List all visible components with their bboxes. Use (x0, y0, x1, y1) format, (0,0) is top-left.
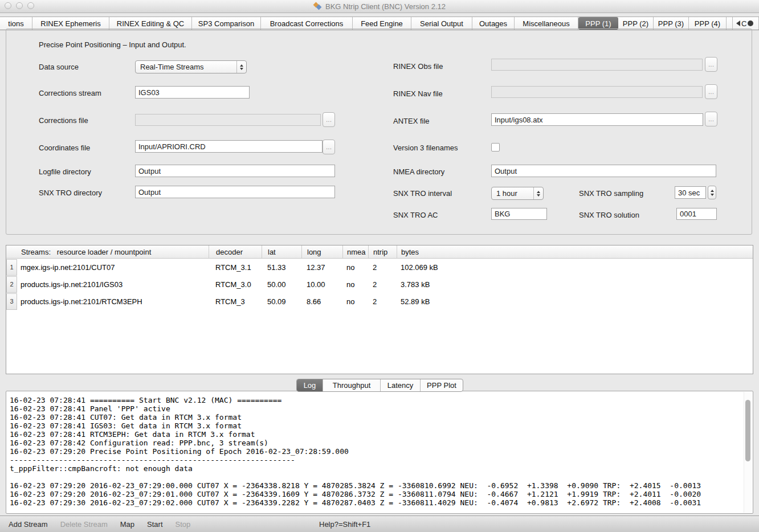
stop-button: Stop (176, 520, 191, 529)
bnc-app-icon (313, 2, 323, 10)
snx-tro-sampling-input[interactable]: 30 sec (675, 186, 706, 199)
tab-miscellaneous[interactable]: Miscellaneous (515, 17, 578, 30)
tab-ppp-3[interactable]: PPP (3) (654, 17, 689, 30)
logfile-directory-input[interactable]: Output (135, 165, 335, 177)
log-output[interactable]: 16-02-23 07:28:41 ========== Start BNC v… (6, 391, 753, 514)
cell-bytes: 102.069 kB (397, 263, 753, 272)
tab-throughput[interactable]: Throughput (323, 379, 381, 391)
corrections-file-browse-button[interactable]: ... (323, 112, 335, 127)
table-row[interactable]: 2 products.igs-ip.net:2101/IGS03 RTCM_3.… (6, 276, 753, 293)
tab-scroll-left-icon[interactable] (736, 21, 740, 26)
cell-nmea: no (342, 297, 368, 306)
tab-scroll-right-icon[interactable] (748, 21, 753, 26)
spin-up-icon[interactable] (711, 190, 714, 192)
corrections-stream-input[interactable]: IGS03 (135, 86, 250, 99)
logfile-directory-label: Logfile directory (39, 167, 91, 176)
log-line: 16-02-23 07:29:20 2016-02-23_07:29:01.00… (10, 490, 749, 498)
tab-label: RINEX Editing & QC (117, 19, 185, 28)
snx-tro-sampling-spinner[interactable] (708, 186, 716, 199)
log-line: 16-02-23 07:28:41 IGS03: Get data in RTC… (10, 421, 749, 430)
tab-label: RINEX Ephemeris (40, 19, 100, 28)
spin-down-icon[interactable] (711, 194, 714, 196)
tab-overflow-scroller[interactable]: C (733, 17, 759, 30)
tab-ppp-2[interactable]: PPP (2) (618, 17, 654, 30)
snx-tro-interval-select[interactable]: 1 hour (491, 187, 544, 200)
header-long: long (301, 245, 342, 258)
tab-log[interactable]: Log (297, 379, 323, 391)
header-ntrip: ntrip (368, 245, 397, 258)
map-button[interactable]: Map (120, 520, 134, 529)
cell-decoder: RTCM_3 (209, 297, 262, 306)
tab-feed-engine[interactable]: Feed Engine (353, 17, 411, 30)
snx-tro-interval-label: SNX TRO interval (393, 189, 452, 198)
tab-label: PPP Plot (427, 381, 456, 390)
nmea-directory-label: NMEA directory (393, 167, 444, 176)
log-line: 16-02-23 07:29:30 2016-02-23_07:29:02.00… (10, 498, 749, 507)
row-number: 2 (6, 276, 17, 293)
tab-bar-filler (727, 17, 733, 30)
delete-stream-button: Delete Stream (60, 520, 108, 529)
antex-file-input[interactable]: Input/igs08.atx (491, 113, 703, 126)
data-source-label: Data source (39, 63, 79, 71)
streams-table-header: Streams: resource loader / mountpoint de… (6, 245, 753, 259)
log-line: 16-02-23 07:29:20 2016-02-23_07:29:00.00… (10, 481, 749, 490)
bnc-window: BKG Ntrip Client (BNC) Version 2.12 tion… (0, 0, 759, 532)
header-lat: lat (262, 245, 301, 258)
coordinates-file-input[interactable]: Input/APRIORI.CRD (135, 140, 323, 153)
tab-label: Broadcast Corrections (270, 19, 344, 28)
snx-tro-ac-label: SNX TRO AC (393, 211, 438, 219)
window-title-area: BKG Ntrip Client (BNC) Version 2.12 (0, 0, 759, 13)
tab-rinex-editing-qc[interactable]: RINEX Editing & QC (109, 17, 192, 30)
log-line: t_pppFilter::cmpBancroft: not enough dat… (10, 464, 749, 473)
rinex-nav-file-label: RINEX Nav file (393, 89, 443, 98)
log-line: 16-02-23 07:28:41 ========== Start BNC v… (10, 396, 749, 404)
tab-label: Throughput (333, 381, 371, 390)
snx-tro-directory-input[interactable]: Output (135, 186, 335, 198)
log-line: 16-02-23 07:28:41 RTCM3EPH: Get data in … (10, 430, 749, 439)
tab-label: Outages (479, 19, 507, 28)
tab-ppp-plot[interactable]: PPP Plot (421, 379, 463, 391)
snx-tro-sampling-label: SNX TRO sampling (579, 189, 643, 198)
data-source-select[interactable]: Real-Time Streams (135, 60, 247, 73)
window-title: BKG Ntrip Client (BNC) Version 2.12 (325, 2, 446, 11)
tab-label: tions (8, 19, 23, 28)
rinex-obs-file-input (491, 59, 703, 71)
add-stream-button[interactable]: Add Stream (9, 520, 48, 529)
log-line: 16-02-23 07:28:41 CUT07: Get data in RTC… (10, 413, 749, 421)
table-row[interactable]: 3 products.igs-ip.net:2101/RTCM3EPH RTCM… (6, 293, 753, 310)
log-scrollbar[interactable] (744, 392, 752, 513)
snx-tro-directory-label: SNX TRO directory (39, 189, 102, 197)
tab-label: Serial Output (420, 19, 463, 28)
tab-ppp-1[interactable]: PPP (1) (578, 17, 618, 30)
rinex-obs-browse-button[interactable]: ... (705, 57, 717, 72)
log-line: 16-02-23 07:28:41 Panel 'PPP' active (10, 404, 749, 413)
tab-outages[interactable]: Outages (472, 17, 515, 30)
nmea-directory-input[interactable]: Output (491, 165, 716, 177)
coordinates-file-browse-button[interactable]: ... (323, 140, 335, 154)
log-line: 16-02-23 07:28:42 Configuration read: PP… (10, 439, 749, 447)
snx-tro-solution-input[interactable]: 0001 (676, 208, 717, 220)
cell-mountpoint: products.igs-ip.net:2101/IGS03 (17, 280, 209, 289)
tab-label: PPP (4) (695, 19, 720, 28)
snx-tro-ac-input[interactable]: BKG (491, 208, 547, 220)
snx-tro-solution-label: SNX TRO solution (579, 211, 639, 219)
table-row[interactable]: 1 mgex.igs-ip.net:2101/CUT07 RTCM_3.1 51… (6, 259, 753, 276)
tab-options[interactable]: tions (0, 17, 32, 30)
tab-broadcast-corrections[interactable]: Broadcast Corrections (261, 17, 353, 30)
antex-browse-button[interactable]: ... (705, 112, 717, 126)
tab-rinex-ephemeris[interactable]: RINEX Ephemeris (32, 17, 109, 30)
start-button[interactable]: Start (147, 520, 162, 529)
tab-serial-output[interactable]: Serial Output (411, 17, 472, 30)
scrollbar-thumb[interactable] (745, 400, 750, 461)
version3-filenames-checkbox[interactable] (491, 143, 500, 152)
tab-ppp-4[interactable]: PPP (4) (689, 17, 727, 30)
cell-lat: 50.09 (262, 297, 301, 306)
header-nmea: nmea (342, 245, 368, 258)
corrections-file-label: Corrections file (39, 116, 88, 125)
tab-sp3-comparison[interactable]: SP3 Comparison (192, 17, 261, 30)
bottom-tab-bar: Log Throughput Latency PPP Plot (296, 379, 463, 392)
corrections-stream-label: Corrections stream (39, 89, 101, 97)
rinex-nav-browse-button[interactable]: ... (705, 84, 717, 99)
tab-latency[interactable]: Latency (381, 379, 421, 391)
cell-nmea: no (342, 280, 368, 289)
